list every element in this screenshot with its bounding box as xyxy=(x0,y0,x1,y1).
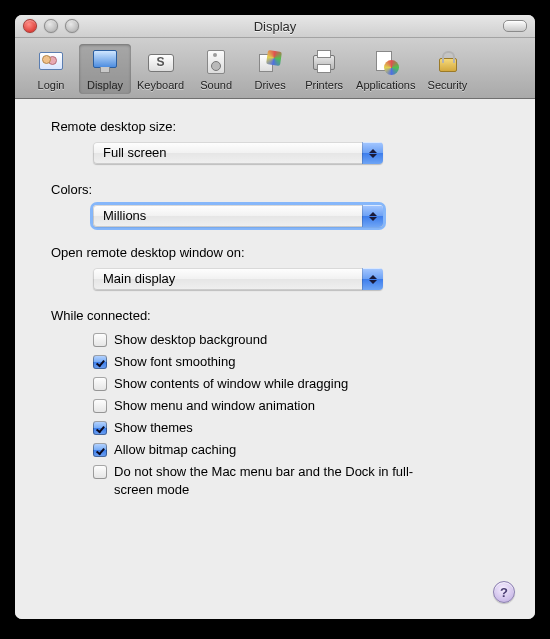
content-pane: Remote desktop size: Full screen Colors:… xyxy=(15,99,535,619)
login-icon xyxy=(35,46,67,78)
open-on-label: Open remote desktop window on: xyxy=(51,245,499,260)
colors-label: Colors: xyxy=(51,182,499,197)
checkbox[interactable] xyxy=(93,377,107,391)
while-connected-label: While connected: xyxy=(51,308,499,323)
display-icon xyxy=(89,46,121,78)
keyboard-icon xyxy=(145,46,177,78)
remote-desktop-size-label: Remote desktop size: xyxy=(51,119,499,134)
toolbar-item-label: Login xyxy=(38,79,65,91)
checkbox[interactable] xyxy=(93,443,107,457)
checkbox-label: Show contents of window while dragging xyxy=(114,375,348,393)
toolbar-item-label: Applications xyxy=(356,79,415,91)
checkbox-row: Show desktop background xyxy=(93,331,499,349)
help-icon: ? xyxy=(500,585,508,600)
checkbox-row: Show themes xyxy=(93,419,499,437)
remote-desktop-size-value: Full screen xyxy=(93,142,362,164)
applications-icon xyxy=(370,46,402,78)
checkbox-row: Show contents of window while dragging xyxy=(93,375,499,393)
checkbox-label: Show desktop background xyxy=(114,331,267,349)
checkbox-label: Show menu and window animation xyxy=(114,397,315,415)
minimize-button[interactable] xyxy=(44,19,58,33)
checkbox-row: Do not show the Mac menu bar and the Doc… xyxy=(93,463,499,499)
while-connected-options: Show desktop backgroundShow font smoothi… xyxy=(51,331,499,499)
checkbox-row: Show font smoothing xyxy=(93,353,499,371)
toolbar-toggle-button[interactable] xyxy=(503,20,527,32)
checkbox-row: Allow bitmap caching xyxy=(93,441,499,459)
security-icon xyxy=(431,46,463,78)
close-button[interactable] xyxy=(23,19,37,33)
checkbox-label: Allow bitmap caching xyxy=(114,441,236,459)
security-tab[interactable]: Security xyxy=(421,44,473,94)
help-button[interactable]: ? xyxy=(493,581,515,603)
colors-popup[interactable]: Millions xyxy=(93,205,383,227)
remote-desktop-size-popup[interactable]: Full screen xyxy=(93,142,383,164)
checkbox[interactable] xyxy=(93,465,107,479)
preferences-window: Display LoginDisplayKeyboardSoundDrivesP… xyxy=(15,15,535,619)
login-tab[interactable]: Login xyxy=(25,44,77,94)
printers-tab[interactable]: Printers xyxy=(298,44,350,94)
colors-value: Millions xyxy=(93,205,362,227)
toolbar-item-label: Keyboard xyxy=(137,79,184,91)
sound-tab[interactable]: Sound xyxy=(190,44,242,94)
toolbar-item-label: Printers xyxy=(305,79,343,91)
checkbox[interactable] xyxy=(93,421,107,435)
checkbox[interactable] xyxy=(93,355,107,369)
checkbox-row: Show menu and window animation xyxy=(93,397,499,415)
toolbar-item-label: Display xyxy=(87,79,123,91)
zoom-button[interactable] xyxy=(65,19,79,33)
open-on-value: Main display xyxy=(93,268,362,290)
checkbox-label: Show themes xyxy=(114,419,193,437)
keyboard-tab[interactable]: Keyboard xyxy=(133,44,188,94)
traffic-lights xyxy=(23,19,79,33)
open-on-popup[interactable]: Main display xyxy=(93,268,383,290)
toolbar: LoginDisplayKeyboardSoundDrivesPrintersA… xyxy=(15,38,535,99)
popup-arrows-icon xyxy=(362,268,383,290)
popup-arrows-icon xyxy=(362,205,383,227)
titlebar: Display xyxy=(15,15,535,38)
printers-icon xyxy=(308,46,340,78)
toolbar-item-label: Security xyxy=(428,79,468,91)
drives-icon xyxy=(254,46,286,78)
checkbox[interactable] xyxy=(93,333,107,347)
popup-arrows-icon xyxy=(362,142,383,164)
window-title: Display xyxy=(15,19,535,34)
toolbar-item-label: Sound xyxy=(200,79,232,91)
display-tab[interactable]: Display xyxy=(79,44,131,94)
sound-icon xyxy=(200,46,232,78)
toolbar-item-label: Drives xyxy=(255,79,286,91)
checkbox[interactable] xyxy=(93,399,107,413)
checkbox-label: Show font smoothing xyxy=(114,353,235,371)
applications-tab[interactable]: Applications xyxy=(352,44,419,94)
checkbox-label: Do not show the Mac menu bar and the Doc… xyxy=(114,463,444,499)
drives-tab[interactable]: Drives xyxy=(244,44,296,94)
